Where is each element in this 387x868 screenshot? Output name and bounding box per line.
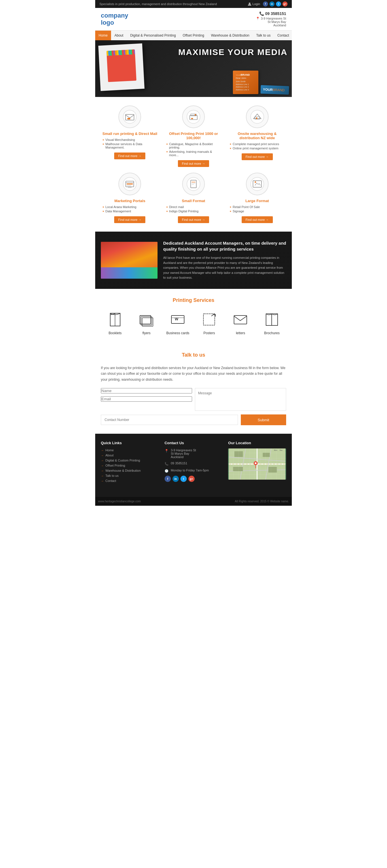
company-logo: company logo — [101, 12, 128, 26]
find-out-btn-1[interactable]: Find out more — [114, 153, 146, 159]
top-bar-right: Login f in t g+ — [248, 1, 288, 6]
hero-banner: MAXIMISE YOUR MEDIA YOURBRAND Dear John … — [95, 40, 292, 97]
letters-icon — [231, 310, 250, 329]
svg-rect-15 — [127, 183, 133, 184]
nav-talk[interactable]: Talk to us — [253, 31, 274, 40]
service-list-5: Direct mail Indigo Digital Printing — [165, 205, 223, 213]
hero-title-area: MAXIMISE YOUR MEDIA — [178, 47, 288, 57]
contact-form — [101, 388, 286, 412]
footer-link-digital[interactable]: Digital & Custom Printing — [101, 459, 159, 462]
footer-linkedin-icon[interactable]: in — [172, 476, 179, 482]
service-title-4: Marketing Portals — [101, 199, 159, 203]
nav-warehouse[interactable]: Warehouse & Distribution — [208, 31, 253, 40]
svg-point-24 — [251, 178, 264, 191]
print-label-brochures: Brochures — [258, 331, 286, 335]
footer-map: More Map — [228, 448, 286, 479]
footer-phone: 📞 09 3585151 — [165, 462, 223, 466]
portal-icon — [123, 177, 137, 191]
phone-icon: 📞 — [259, 11, 264, 16]
footer-twitter-icon[interactable]: t — [181, 476, 187, 482]
footer-facebook-icon[interactable]: f — [165, 476, 171, 482]
svg-rect-16 — [127, 185, 131, 186]
nav-offset[interactable]: Offset Printing — [179, 31, 208, 40]
footer-link-offset[interactable]: Offset Printing — [101, 464, 159, 467]
svg-rect-40 — [268, 467, 277, 472]
svg-rect-34 — [203, 314, 215, 325]
service-title-3: Onsite warehousing & distribution NZ wid… — [228, 131, 286, 140]
footer-googleplus-icon[interactable]: g+ — [188, 476, 195, 482]
footer-website-link[interactable]: www.heritagechristiancollege.com — [98, 500, 141, 503]
nav-digital[interactable]: Digital & Personalised Printing — [127, 31, 179, 40]
footer-link-contact[interactable]: Contact — [101, 479, 159, 483]
svg-point-43 — [255, 462, 257, 464]
footer-link-warehouse[interactable]: Warehouse & Distribution — [101, 469, 159, 472]
tagline: Specialists in print production, managem… — [99, 2, 217, 6]
footer-location-col: Our Location — [228, 441, 286, 484]
twitter-icon[interactable]: t — [276, 1, 281, 6]
message-input[interactable] — [195, 388, 286, 411]
svg-point-19 — [187, 178, 200, 191]
footer-location-title: Our Location — [228, 441, 286, 445]
find-out-btn-5[interactable]: Find out more — [178, 216, 209, 223]
print-label-flyers: flyers — [132, 331, 161, 335]
submit-button[interactable]: Submit — [241, 414, 286, 425]
form-bottom-row: Submit — [101, 414, 286, 425]
form-left-col — [101, 388, 192, 402]
footer-contact-col: Contact Us 📍 3-9 Hargreaves StSt Marys B… — [165, 441, 223, 484]
footer-clock-icon: 🕐 — [165, 469, 168, 473]
print-label-business-cards: Business cards — [163, 331, 192, 335]
top-bar: Specialists in print production, managem… — [95, 0, 292, 8]
footer-bottom: www.heritagechristiancollege.com All Rig… — [95, 497, 292, 506]
flyers-icon — [137, 310, 156, 329]
footer-hours: 🕐 Monday to Friday 7am-5pm — [165, 469, 223, 473]
service-list-4: Local Araea Marketing Data Management — [101, 205, 159, 213]
nav-about[interactable]: About — [111, 31, 127, 40]
print-label-posters: Posters — [195, 331, 224, 335]
find-out-btn-4[interactable]: Find out more — [114, 216, 146, 223]
facebook-icon[interactable]: f — [263, 1, 268, 6]
talk-section: Talk to us If you are looking for printi… — [95, 344, 292, 434]
print-service-posters: Posters — [195, 310, 224, 335]
contact-number-input[interactable] — [101, 415, 238, 425]
footer-link-home[interactable]: Home — [101, 448, 159, 452]
footer: Quick Links Home About Digital & Custom … — [95, 434, 292, 497]
find-out-btn-2[interactable]: Find out more — [178, 160, 209, 167]
brand-card-2: YOURBRAND — [261, 85, 289, 94]
find-out-btn-6[interactable]: Find out more — [241, 216, 273, 223]
dark-section-title: Dedicated Auckland Account Managers, on … — [163, 240, 286, 252]
googleplus-icon[interactable]: g+ — [283, 1, 288, 6]
service-list-1: Visual Merchandising Mailhouse services … — [101, 138, 159, 149]
service-title-6: Large Format — [228, 199, 286, 203]
email-input[interactable] — [101, 396, 192, 402]
svg-point-8 — [195, 114, 196, 116]
svg-rect-7 — [191, 118, 193, 119]
svg-rect-38 — [234, 451, 243, 457]
footer-link-talk[interactable]: Talk to us — [101, 474, 159, 477]
linkedin-icon[interactable]: in — [269, 1, 275, 6]
svg-point-1 — [123, 110, 136, 124]
warehouse-icon — [250, 110, 264, 124]
login-button[interactable]: Login — [248, 2, 260, 6]
services-section: Small run printing & Direct Mail Visual … — [95, 97, 292, 231]
social-icons: f in t g+ — [263, 1, 288, 6]
nav-contact[interactable]: Contact — [274, 31, 292, 40]
name-input[interactable] — [101, 388, 192, 394]
service-list-3: Complete managed print services Online p… — [228, 142, 286, 150]
svg-point-4 — [187, 110, 200, 124]
footer-link-about[interactable]: About — [101, 454, 159, 457]
printing-services-title: Printing Services — [101, 298, 286, 303]
service-title-5: Small Format — [165, 199, 223, 203]
posters-icon — [200, 310, 219, 329]
mail-icon — [123, 110, 137, 124]
service-item-5: Small Format Direct mail Indigo Digital … — [165, 173, 223, 223]
find-out-btn-3[interactable]: Find out more — [241, 153, 273, 160]
print-service-flyers: flyers — [132, 310, 161, 335]
nav-home[interactable]: Home — [95, 31, 111, 40]
service-list-6: Retail Point Of Sale Signage — [228, 205, 286, 213]
main-nav: Home About Digital & Personalised Printi… — [95, 30, 292, 40]
footer-phone-icon: 📞 — [165, 462, 168, 466]
quick-links-list: Home About Digital & Custom Printing Off… — [101, 448, 159, 483]
footer-address: 📍 3-9 Hargreaves StSt Marys BayAuckland — [165, 448, 223, 459]
service-title-1: Small run printing & Direct Mail — [101, 131, 159, 136]
service-icon-1 — [119, 105, 141, 128]
